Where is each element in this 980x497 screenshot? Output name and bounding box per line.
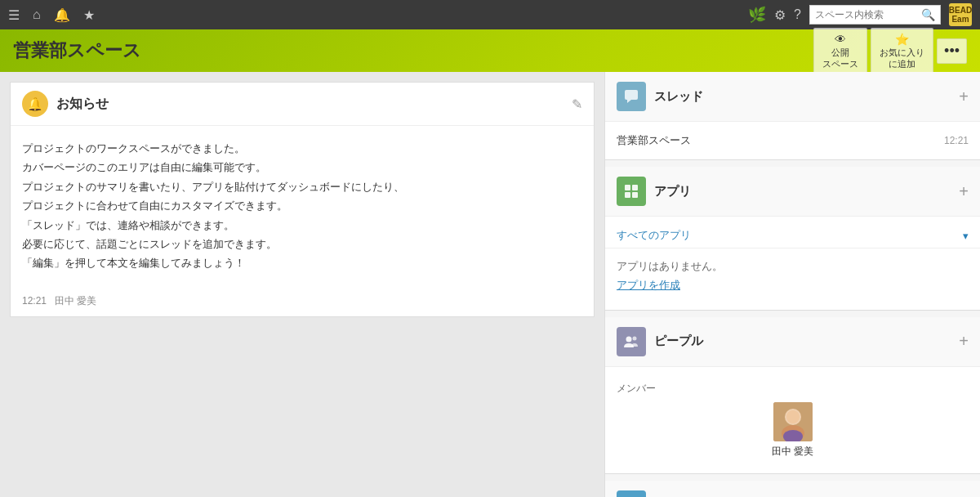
member-label: メンバー [617,382,969,396]
left-panel: 🔔 お知らせ ✎ プロジェクトのワークスペースができました。 カバーページのこの… [0,72,604,497]
app-widget-body: すべてのアプリ ▾ アプリはありません。 アプリを作成 [605,217,980,310]
favorite-label: お気に入りに追加 [880,47,924,70]
badge-icon: BEADEam [949,3,972,26]
app-create-link[interactable]: アプリを作成 [617,279,680,291]
search-icon[interactable]: 🔍 [921,8,935,21]
notice-author: 田中 愛美 [55,294,96,308]
space-title: 営業部スペース [13,38,141,63]
notice-title-area: 🔔 お知らせ [22,91,109,117]
thread-icon [617,82,646,111]
help-icon[interactable]: ? [794,7,801,22]
thread-widget-title: スレッド [654,89,703,105]
member-item: 田中 愛美 [617,402,969,459]
thread-label: 営業部スペース [617,133,691,148]
svg-marker-1 [627,100,631,103]
public-space-button[interactable]: 👁 公開スペース [813,28,867,74]
home-icon[interactable]: ⌂ [33,7,41,22]
thread-title-area: スレッド [617,82,703,111]
main-content: 🔔 お知らせ ✎ プロジェクトのワークスペースができました。 カバーページのこの… [0,72,980,497]
menu-icon[interactable]: ☰ [8,7,20,23]
app-dropdown-label: すべてのアプリ [617,228,691,243]
search-input[interactable] [815,9,921,20]
people-widget-body: メンバー 田中 愛美 [605,367,980,473]
links-widget-header: 関連リンク + [605,481,980,497]
nav-right: 🌿 ⚙ ? 🔍 BEADEam [748,3,972,26]
svg-rect-4 [625,192,630,198]
notice-bell-icon: 🔔 [22,91,48,117]
public-label: 公開スペース [822,47,858,70]
member-name: 田中 愛美 [772,445,813,459]
links-title-area: 関連リンク [617,490,715,497]
more-button[interactable]: ••• [937,38,967,64]
member-avatar [773,402,813,441]
app-title-area: アプリ [617,177,691,206]
public-icon: 👁 [835,32,846,47]
notice-body: プロジェクトのワークスペースができました。 カバーページのこのエリアは自由に編集… [11,126,594,286]
svg-point-7 [633,336,637,340]
top-navigation: ☰ ⌂ 🔔 ★ 🌿 ⚙ ? 🔍 BEADEam [0,0,980,29]
bell-icon[interactable]: 🔔 [54,7,70,23]
svg-rect-5 [632,192,638,198]
app-empty: アプリはありません。 アプリを作成 [605,248,980,303]
links-widget: 関連リンク + 関連リンクはありません。 [605,481,980,497]
thread-add-button[interactable]: + [959,87,969,106]
space-header-actions: 👁 公開スペース ⭐ お気に入りに追加 ••• [813,28,967,74]
people-add-button[interactable]: + [959,332,969,351]
favorite-icon: ⭐ [895,32,909,47]
app-add-button[interactable]: + [959,182,969,201]
space-header: 営業部スペース 👁 公開スペース ⭐ お気に入りに追加 ••• [0,29,980,72]
people-title-area: ピープル [617,327,703,356]
svg-rect-2 [625,185,630,190]
star-icon[interactable]: ★ [83,7,95,23]
notice-card: 🔔 お知らせ ✎ プロジェクトのワークスペースができました。 カバーページのこの… [10,82,595,317]
nav-left: ☰ ⌂ 🔔 ★ [8,7,95,23]
gear-icon[interactable]: ⚙ [774,7,786,23]
thread-time: 12:21 [944,135,969,146]
right-panel: スレッド + 営業部スペース 12:21 [604,72,980,497]
svg-rect-0 [625,90,638,100]
user-badge[interactable]: BEADEam [949,3,972,26]
people-widget: ピープル + メンバー [605,317,980,474]
edit-icon[interactable]: ✎ [572,96,582,112]
thread-widget: スレッド + 営業部スペース 12:21 [605,72,980,160]
people-section: メンバー 田中 愛美 [605,374,980,467]
people-widget-header: ピープル + [605,317,980,367]
thread-widget-header: スレッド + [605,72,980,122]
app-dropdown[interactable]: すべてのアプリ ▾ [605,223,980,248]
people-icon [617,327,646,356]
svg-rect-3 [632,185,638,190]
app-widget: アプリ + すべてのアプリ ▾ アプリはありません。 アプリを作成 [605,167,980,311]
notice-title: お知らせ [56,96,109,113]
app-icon [617,177,646,206]
thread-row[interactable]: 営業部スペース 12:21 [605,128,980,153]
search-box: 🔍 [809,5,941,25]
notice-header: 🔔 お知らせ ✎ [11,83,594,126]
notice-time: 12:21 [22,295,47,307]
chevron-down-icon: ▾ [963,230,969,242]
notice-footer: 12:21 田中 愛美 [11,286,594,316]
thread-widget-body: 営業部スペース 12:21 [605,122,980,159]
app-empty-text: アプリはありません。 [617,260,723,272]
svg-point-11 [786,410,800,423]
svg-point-6 [626,336,632,342]
link-icon [617,490,646,497]
app-widget-header: アプリ + [605,167,980,217]
favorite-button[interactable]: ⭐ お気に入りに追加 [871,28,933,74]
leaf-icon: 🌿 [748,6,766,24]
people-widget-title: ピープル [654,334,703,349]
app-widget-title: アプリ [654,184,691,199]
